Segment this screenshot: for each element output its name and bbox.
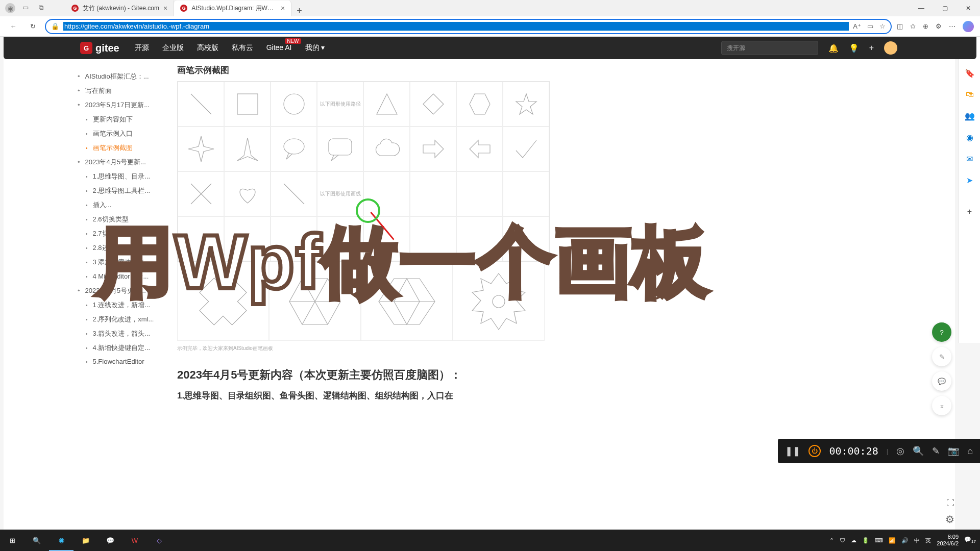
wps-app-icon[interactable]: W xyxy=(122,530,147,551)
tab-title: AIStudio.Wpf.Diagram: 用Wpf做... xyxy=(191,4,277,13)
svg-marker-3 xyxy=(377,94,397,114)
more-icon[interactable]: ⋯ xyxy=(949,22,955,30)
url-input[interactable]: 🔒 https://gitee.com/akwkevin/aistudio.-w… xyxy=(45,19,892,34)
tray-shield-icon[interactable]: 🛡 xyxy=(840,537,845,543)
notifications-icon[interactable]: 🔔 xyxy=(828,43,839,53)
tray-battery-icon[interactable]: 🔋 xyxy=(862,537,869,544)
gitee-logo-text: gitee xyxy=(95,42,119,54)
gitee-logo[interactable]: G gitee xyxy=(80,42,119,54)
nav-enterprise[interactable]: 企业版 xyxy=(162,43,184,53)
pause-button[interactable]: ❚❚ xyxy=(785,445,800,457)
outlook-icon[interactable]: ✉ xyxy=(964,153,975,164)
nav-ai[interactable]: Gitee AI NEW xyxy=(266,43,292,53)
notification-icon[interactable]: 💬17 xyxy=(964,536,976,544)
toc-item[interactable]: 2023年4月5号更新... xyxy=(78,155,162,169)
nav-opensource[interactable]: 开源 xyxy=(135,43,149,53)
read-aloud-icon[interactable]: A⁺ xyxy=(853,22,861,30)
window-titlebar: ◉ ▭ ⧉ G 艾竹 (akwkevin) - Gitee.com × G AI… xyxy=(0,0,980,16)
home-icon[interactable]: ⌂ xyxy=(967,446,973,457)
close-icon[interactable]: × xyxy=(281,4,285,12)
section-title: 画笔示例截图 xyxy=(177,64,940,76)
scroll-top-button[interactable]: ⌅ xyxy=(932,396,951,415)
browser-tab-2[interactable]: G AIStudio.Wpf.Diagram: 用Wpf做... × xyxy=(174,1,291,16)
tag-icon[interactable]: 🔖 xyxy=(964,67,975,79)
people-icon[interactable]: 👥 xyxy=(964,110,975,121)
collections-icon[interactable]: ⊕ xyxy=(923,22,928,30)
toc-item[interactable]: 插入... xyxy=(78,198,162,212)
new-tab-button[interactable]: + xyxy=(291,6,307,16)
tray-keyboard-icon[interactable]: ⌨ xyxy=(875,537,883,544)
office-icon[interactable]: ◉ xyxy=(964,132,975,143)
tray-chevron-icon[interactable]: ⌃ xyxy=(829,537,834,544)
feedback-button[interactable]: 💬 xyxy=(932,371,951,391)
tab-actions-icon[interactable]: ⧉ xyxy=(39,4,48,13)
maximize-button[interactable]: ▢ xyxy=(933,0,957,16)
refresh-button[interactable]: ↻ xyxy=(26,19,40,34)
bulb-icon[interactable]: 💡 xyxy=(849,43,859,53)
toc-item[interactable]: 1.思维导图、目录... xyxy=(78,169,162,184)
toc-item[interactable]: 2023年5月17日更新... xyxy=(78,98,162,112)
profile-icon[interactable]: ◉ xyxy=(5,3,15,13)
close-window-button[interactable]: ✕ xyxy=(957,0,980,16)
settings-icon[interactable]: ⚙ xyxy=(945,513,954,525)
send-icon[interactable]: ➤ xyxy=(964,174,975,186)
stop-button[interactable]: ⏻ xyxy=(808,445,821,457)
draw-icon[interactable]: ✎ xyxy=(932,445,940,457)
tray-volume-icon[interactable]: 🔊 xyxy=(901,537,909,544)
screenshot-icon[interactable]: ⛶ xyxy=(946,498,954,508)
target-icon[interactable]: ◎ xyxy=(896,445,904,457)
tray-ime2[interactable]: 英 xyxy=(925,537,931,544)
favicon-icon: G xyxy=(71,5,79,12)
search-button[interactable]: 🔍 xyxy=(24,530,49,551)
help-button[interactable]: ? xyxy=(932,322,951,342)
svg-marker-4 xyxy=(423,94,444,114)
svg-marker-6 xyxy=(516,94,536,114)
taskbar-clock[interactable]: 8:09 2024/6/2 xyxy=(937,534,959,547)
wechat-app-icon[interactable]: 💬 xyxy=(98,530,122,551)
tray-ime1[interactable]: 中 xyxy=(914,537,920,544)
user-avatar[interactable] xyxy=(884,41,897,55)
tray-wifi-icon[interactable]: 📶 xyxy=(889,537,896,544)
edge-app-icon[interactable]: ◉ xyxy=(49,530,74,551)
toc-item[interactable]: 3.箭头改进，箭头... xyxy=(78,327,162,341)
copilot-icon[interactable] xyxy=(963,21,974,32)
tray-cloud-icon[interactable]: ☁ xyxy=(851,537,856,544)
nav-private[interactable]: 私有云 xyxy=(232,43,253,53)
favorites-icon[interactable]: ✩ xyxy=(910,22,916,30)
toc-item[interactable]: 画笔示例入口 xyxy=(78,127,162,141)
workspaces-icon[interactable]: ▭ xyxy=(22,4,32,13)
zoom-icon[interactable]: 🔍 xyxy=(913,445,924,457)
shape-label-path: 以下图形使用路径 xyxy=(317,82,363,127)
toc-item[interactable]: AIStudio框架汇总：... xyxy=(78,69,162,84)
favorite-icon[interactable]: ☆ xyxy=(879,22,886,30)
split-screen-icon[interactable]: ◫ xyxy=(897,22,903,30)
edit-button[interactable]: ✎ xyxy=(932,347,951,366)
gitee-search-input[interactable]: 搜开源 xyxy=(721,41,818,55)
explorer-app-icon[interactable]: 📁 xyxy=(74,530,98,551)
translate-icon[interactable]: ▭ xyxy=(867,22,873,30)
add-repo-icon[interactable]: + xyxy=(869,43,874,53)
minimize-button[interactable]: — xyxy=(910,0,933,16)
toc-item[interactable]: 2.思维导图工具栏... xyxy=(78,184,162,198)
toc-item[interactable]: 5.FlowchartEditor xyxy=(78,355,162,368)
toc-item[interactable]: 4.新增快捷键自定... xyxy=(78,341,162,355)
grid-caption: 示例完毕，欢迎大家来到AIStudio画笔画板 xyxy=(177,345,940,352)
close-icon[interactable]: × xyxy=(163,4,167,12)
extensions-icon[interactable]: ⚙ xyxy=(936,22,942,30)
recording-toolbar: ❚❚ ⏻ 00:00:28 | ◎ 🔍 ✎ 📷 ⌂ xyxy=(778,439,980,463)
svg-marker-5 xyxy=(470,94,490,114)
toc-item[interactable]: 画笔示例截图 xyxy=(78,141,162,155)
camera-icon[interactable]: 📷 xyxy=(948,445,959,457)
start-button[interactable]: ⊞ xyxy=(0,530,24,551)
back-button[interactable]: ← xyxy=(6,19,20,34)
shopping-icon[interactable]: 🛍 xyxy=(964,89,975,100)
browser-tab-1[interactable]: G 艾竹 (akwkevin) - Gitee.com × xyxy=(65,1,174,16)
vs-app-icon[interactable]: ◇ xyxy=(147,530,172,551)
svg-marker-8 xyxy=(237,138,258,161)
nav-education[interactable]: 高校版 xyxy=(197,43,218,53)
nav-mine[interactable]: 我的 ▾ xyxy=(305,43,325,53)
toc-item[interactable]: 更新内容如下 xyxy=(78,112,162,127)
toc-item[interactable]: 写在前面 xyxy=(78,84,162,98)
add-icon[interactable]: + xyxy=(964,206,975,217)
svg-marker-11 xyxy=(423,140,444,158)
